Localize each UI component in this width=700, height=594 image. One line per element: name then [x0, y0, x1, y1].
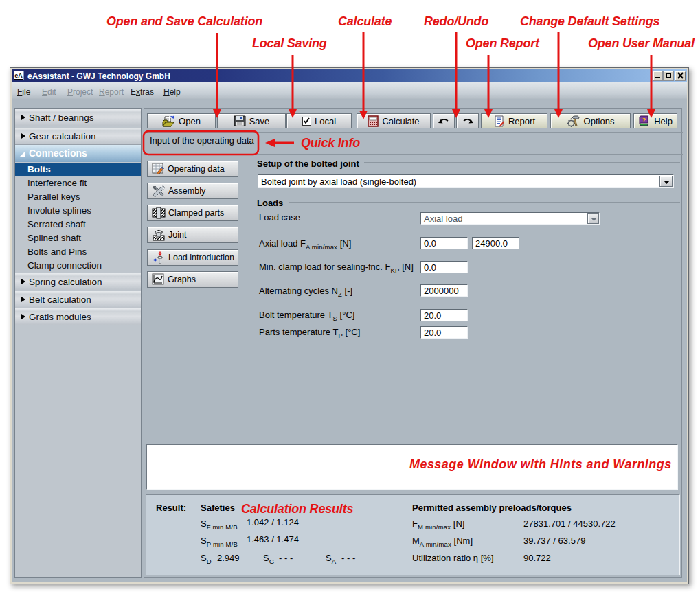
- svg-text:?: ?: [642, 116, 646, 124]
